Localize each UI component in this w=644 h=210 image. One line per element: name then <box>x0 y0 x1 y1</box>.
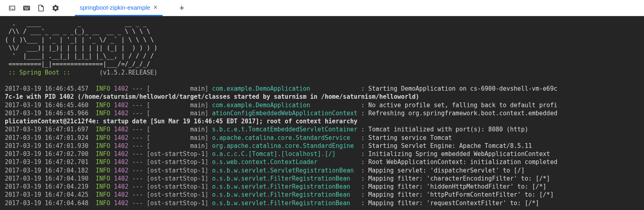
banner-line: =========|_|==============|___/=/_/_/_/ <box>5 60 639 68</box>
log-line: 2017-03-19 16:47:04.425 INFO 1402 --- [o… <box>5 191 639 199</box>
banner-line: ' |____| .__|_| |_|_| |_\__, | / / / / <box>5 52 639 60</box>
banner-line: . ____ _ __ _ _ <box>5 19 639 27</box>
banner-footer: :: Spring Boot :: (v1.5.2.RELEASE) <box>5 69 639 77</box>
tab-title: springboot-zipkin-example <box>80 4 150 11</box>
log-line: 2017-03-19 16:47:01.924 INFO 1402 --- [ … <box>5 134 639 142</box>
terminal-output[interactable]: . ____ _ __ _ _ /\\ / ___'_ __ _ _(_)_ _… <box>0 16 644 210</box>
log-line: 2017-03-19 16:47:01.697 INFO 1402 --- [ … <box>5 125 639 133</box>
cloud-shell-icon[interactable] <box>5 1 19 15</box>
tab-active[interactable]: springboot-zipkin-example × <box>75 0 163 16</box>
blank-line <box>5 77 639 85</box>
log-line: 2017-03-19 16:46:45.457 INFO 1402 --- [ … <box>5 85 639 93</box>
log-line: 2017-03-19 16:47:04.190 INFO 1402 --- [o… <box>5 175 639 183</box>
log-line: 2017-03-19 16:46:45.966 INFO 1402 --- [ … <box>5 109 639 117</box>
banner-line: \\/ ___)| |_)| | | | | || (_| | ) ) ) ) <box>5 44 639 52</box>
log-line: 2017-03-19 16:47:04.648 INFO 1402 --- [o… <box>5 199 639 207</box>
log-line: 2017-03-19 16:47:04.182 INFO 1402 --- [o… <box>5 166 639 175</box>
log-line: 2017-03-19 16:46:45.460 INFO 1402 --- [ … <box>5 101 639 109</box>
log-continuation: plicationContext@21c12f4e: startup date … <box>5 117 639 125</box>
banner-line: /\\ / ___'_ __ _ _(_)_ __ __ _ \ \ \ \ <box>5 27 639 35</box>
banner-line: ( ( )\___ | '_ | '_| | '_ \/ _` | \ \ \ … <box>5 36 639 44</box>
tab-bar: springboot-zipkin-example × + <box>0 0 644 16</box>
log-line: 2017-03-19 16:47:04.219 INFO 1402 --- [o… <box>5 183 639 191</box>
add-tab-button[interactable]: + <box>175 1 189 15</box>
keyboard-icon[interactable] <box>19 1 34 15</box>
log-line: 2017-03-19 16:47:02.700 INFO 1402 --- [o… <box>5 150 639 158</box>
gear-icon[interactable] <box>48 1 63 15</box>
file-icon[interactable] <box>34 1 48 15</box>
log-continuation: 7c-1e with PID 1402 (/home/saturnism/hel… <box>5 93 639 101</box>
close-icon[interactable]: × <box>153 4 158 11</box>
log-line: 2017-03-19 16:47:02.701 INFO 1402 --- [o… <box>5 158 639 166</box>
log-line: 2017-03-19 16:47:01.930 INFO 1402 --- [ … <box>5 142 639 150</box>
